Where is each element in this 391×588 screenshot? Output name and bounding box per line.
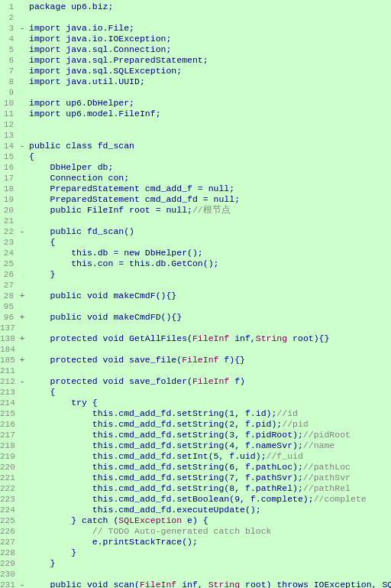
line-number: 212 xyxy=(0,376,17,387)
code-line: 217 this.cmd_add_fd.setString(3, f.pidRo… xyxy=(0,430,391,440)
line-content: public void makeCmdF(){} xyxy=(27,291,391,301)
line-content: this.db = new DbHelper(); xyxy=(27,248,391,258)
code-line: 185+ protected void save_file(FileInf f)… xyxy=(0,355,391,365)
line-content: import java.sql.SQLException; xyxy=(27,66,391,76)
line-expand xyxy=(17,365,27,376)
line-expand xyxy=(17,44,27,55)
line-content xyxy=(27,119,391,130)
line-number: 25 xyxy=(0,258,17,269)
line-number: 185 xyxy=(0,355,17,365)
line-number: 4 xyxy=(0,34,17,44)
line-number: 95 xyxy=(0,301,17,312)
line-content: this.con = this.db.GetCon(); xyxy=(27,258,391,269)
line-expand[interactable]: - xyxy=(17,141,27,151)
line-number: 14 xyxy=(0,141,17,151)
line-expand xyxy=(17,483,27,494)
line-number: 7 xyxy=(0,66,17,76)
line-expand[interactable]: + xyxy=(17,291,27,301)
line-number: 226 xyxy=(0,526,17,537)
code-line: 213 { xyxy=(0,387,391,398)
line-expand xyxy=(17,12,27,23)
code-line: 8 import java.util.UUID; xyxy=(0,76,391,87)
line-content xyxy=(27,216,391,226)
line-number: 21 xyxy=(0,216,17,226)
line-number: 220 xyxy=(0,462,17,473)
line-content: { xyxy=(27,387,391,398)
line-content: { xyxy=(27,151,391,162)
line-expand[interactable]: - xyxy=(17,580,27,588)
line-content: // TODO Auto-generated catch block xyxy=(27,526,391,537)
line-number: 225 xyxy=(0,515,17,526)
line-number: 23 xyxy=(0,237,17,248)
line-content: Connection con; xyxy=(27,173,391,184)
code-line: 223 this.cmd_add_fd.setBoolean(9, f.comp… xyxy=(0,494,391,505)
line-expand[interactable]: - xyxy=(17,23,27,34)
line-expand xyxy=(17,34,27,44)
code-line: 137 xyxy=(0,323,391,333)
line-expand xyxy=(17,419,27,430)
line-number: 13 xyxy=(0,130,17,141)
code-line: 216 this.cmd_add_fd.setString(2, f.pid);… xyxy=(0,419,391,430)
line-expand xyxy=(17,398,27,408)
line-number: 184 xyxy=(0,344,17,355)
line-expand xyxy=(17,323,27,333)
line-number: 219 xyxy=(0,451,17,462)
line-content: public void makeCmdFD(){} xyxy=(27,312,391,323)
line-content xyxy=(27,344,391,355)
code-line: 23 { xyxy=(0,237,391,248)
line-expand xyxy=(17,301,27,312)
line-content xyxy=(27,87,391,98)
line-expand xyxy=(17,473,27,483)
line-expand xyxy=(17,387,27,398)
line-content: import java.io.File; xyxy=(27,23,391,34)
line-content xyxy=(27,130,391,141)
line-expand xyxy=(17,205,27,216)
line-number: 230 xyxy=(0,569,17,580)
line-expand xyxy=(17,2,27,12)
code-line: 27 xyxy=(0,280,391,291)
line-number: 10 xyxy=(0,98,17,109)
line-number: 16 xyxy=(0,162,17,173)
line-expand xyxy=(17,515,27,526)
line-content: this.cmd_add_fd.setString(8, f.pathRel);… xyxy=(27,483,391,494)
line-content: this.cmd_add_fd.setInt(5, f.uid);//f_uid xyxy=(27,451,391,462)
line-number: 231 xyxy=(0,580,17,588)
line-expand xyxy=(17,184,27,194)
line-content: PreparedStatement cmd_add_fd = null; xyxy=(27,194,391,205)
line-expand[interactable]: + xyxy=(17,333,27,344)
line-content: protected void save_file(FileInf f){} xyxy=(27,355,391,365)
line-number: 27 xyxy=(0,280,17,291)
line-content xyxy=(27,569,391,580)
line-expand[interactable]: + xyxy=(17,312,27,323)
line-content: this.cmd_add_fd.setString(1, f.id);//id xyxy=(27,408,391,419)
code-line: 96+ public void makeCmdFD(){} xyxy=(0,312,391,323)
code-line: 214 try { xyxy=(0,398,391,408)
code-line: 12 xyxy=(0,119,391,130)
line-content: this.cmd_add_fd.setString(6, f.pathLoc);… xyxy=(27,462,391,473)
line-content: try { xyxy=(27,398,391,408)
code-line: 26 } xyxy=(0,269,391,280)
code-line: 222 this.cmd_add_fd.setString(8, f.pathR… xyxy=(0,483,391,494)
line-content: this.cmd_add_fd.setString(7, f.pathSvr);… xyxy=(27,473,391,483)
line-content xyxy=(27,280,391,291)
code-line: 218 this.cmd_add_fd.setString(4, f.nameS… xyxy=(0,440,391,451)
line-number: 22 xyxy=(0,226,17,237)
code-line: 2 xyxy=(0,12,391,23)
code-line: 138+ protected void GetAllFiles(FileInf … xyxy=(0,333,391,344)
line-expand[interactable]: + xyxy=(17,355,27,365)
line-content: } xyxy=(27,269,391,280)
line-expand[interactable]: - xyxy=(17,226,27,237)
line-number: 211 xyxy=(0,365,17,376)
line-expand[interactable]: - xyxy=(17,376,27,387)
line-number: 18 xyxy=(0,184,17,194)
line-number: 24 xyxy=(0,248,17,258)
line-expand xyxy=(17,440,27,451)
line-expand xyxy=(17,66,27,76)
line-content: import java.io.IOException; xyxy=(27,34,391,44)
line-number: 8 xyxy=(0,76,17,87)
line-number: 6 xyxy=(0,55,17,66)
line-number: 17 xyxy=(0,173,17,184)
code-line: 220 this.cmd_add_fd.setString(6, f.pathL… xyxy=(0,462,391,473)
line-expand xyxy=(17,162,27,173)
line-number: 213 xyxy=(0,387,17,398)
